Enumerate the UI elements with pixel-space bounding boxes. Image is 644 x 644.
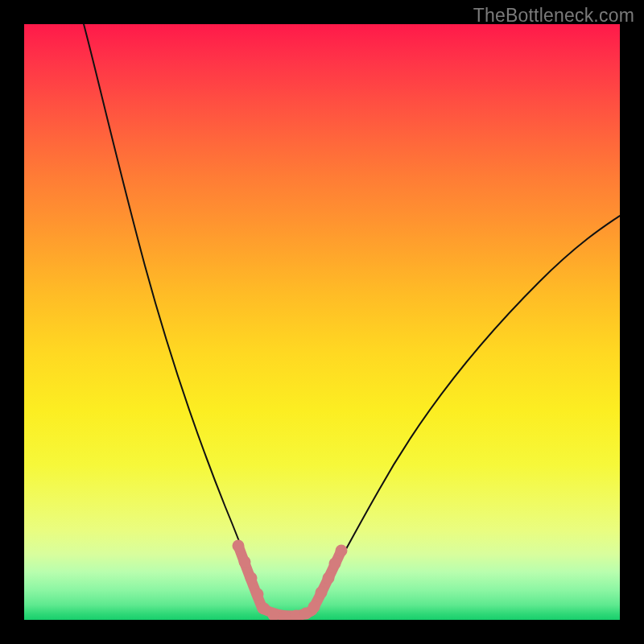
curve-layer <box>24 24 620 620</box>
bead-icon <box>308 601 320 613</box>
canvas-root: TheBottleneck.com <box>0 0 644 644</box>
watermark-text: TheBottleneck.com <box>473 5 634 27</box>
bead-icon <box>329 558 341 570</box>
bead-icon <box>252 588 264 601</box>
bead-icon <box>246 572 258 584</box>
bead-icon <box>336 545 348 557</box>
bead-icon <box>316 587 328 599</box>
plot-area <box>24 24 620 620</box>
bead-icon <box>239 556 251 568</box>
curve-left-branch <box>84 24 264 613</box>
bead-icon <box>323 572 335 584</box>
curve-right-branch <box>311 216 620 612</box>
bead-icon <box>233 540 245 552</box>
bead-group <box>233 540 348 621</box>
